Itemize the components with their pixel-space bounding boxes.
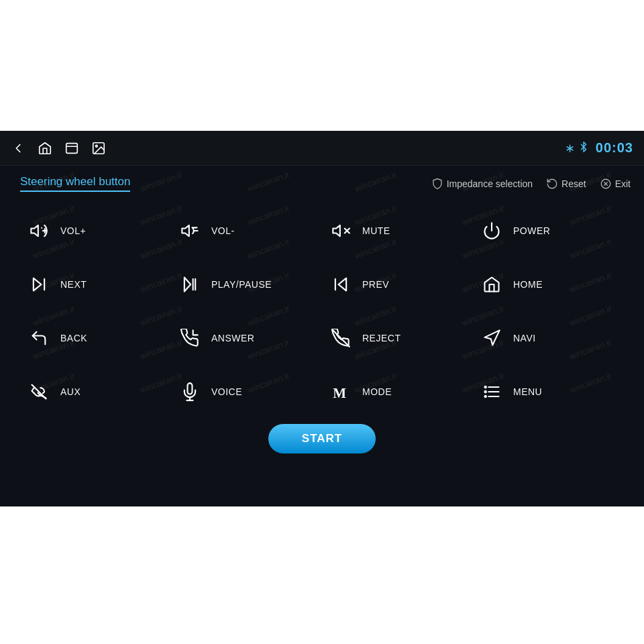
window-button[interactable] [64,141,79,156]
next-button[interactable]: NEXT [20,258,171,311]
home-grid-icon [480,275,504,294]
svg-point-3 [95,145,97,147]
play-pause-label: PLAY/PAUSE [211,279,272,290]
button-grid: VOL+ VOL- [13,204,631,419]
svg-point-36 [485,396,486,397]
main-container: wincairan.irwincairan.irwincairan.irwinc… [0,131,644,506]
back-grid-button[interactable]: BACK [20,311,171,365]
svg-marker-20 [184,278,191,292]
content-area: Steering wheel button Impedance selectio… [0,166,644,453]
navi-icon [480,329,504,347]
start-button[interactable]: START [268,424,376,453]
impedance-selection-button[interactable]: Impedance selection [431,178,533,190]
play-pause-icon [178,275,202,294]
image-button[interactable] [91,141,106,156]
exit-button[interactable]: Exit [600,178,631,190]
svg-point-34 [485,386,486,388]
answer-button[interactable]: ANSWER [171,311,322,365]
svg-marker-23 [339,278,347,291]
mute-label: MUTE [362,225,390,236]
mode-button[interactable]: M MODE [322,365,473,419]
svg-rect-0 [66,143,78,153]
reset-label: Reset [561,178,586,189]
play-pause-button[interactable]: PLAY/PAUSE [171,258,322,311]
power-label: POWER [513,225,550,236]
topbar: ∗ 00:03 [0,131,644,166]
prev-icon [329,275,353,294]
svg-marker-14 [333,225,340,236]
power-button[interactable]: POWER [473,204,624,258]
svg-marker-26 [485,330,500,345]
svg-marker-7 [31,225,38,236]
vol-minus-label: VOL- [211,225,235,236]
answer-label: ANSWER [211,333,254,343]
svg-text:M: M [333,385,346,401]
reject-icon [329,329,353,347]
svg-marker-11 [182,225,189,236]
page-title: Steering wheel button [20,175,130,192]
back-grid-label: BACK [60,333,87,343]
back-grid-icon [27,329,51,347]
home-grid-label: HOME [513,279,543,290]
home-button[interactable] [38,141,52,156]
vol-plus-button[interactable]: VOL+ [20,204,171,258]
menu-icon [480,382,504,401]
svg-marker-18 [34,278,42,291]
exit-label: Exit [615,178,631,189]
vol-minus-icon [178,221,202,240]
aux-button[interactable]: AUX [20,365,171,419]
reset-button[interactable]: Reset [546,178,586,190]
title-actions: Impedance selection Reset [431,178,631,190]
reject-button[interactable]: REJECT [322,311,473,365]
white-bottom-space [0,506,644,644]
navi-label: NAVI [513,333,536,343]
white-top-space [0,0,644,131]
mute-icon [329,221,353,240]
vol-plus-icon [27,221,51,240]
mute-button[interactable]: MUTE [322,204,473,258]
start-button-row: START [13,424,631,453]
home-grid-button[interactable]: HOME [473,258,624,311]
power-icon [480,221,504,240]
menu-button[interactable]: MENU [473,365,624,419]
prev-button[interactable]: PREV [322,258,473,311]
vol-minus-button[interactable]: VOL- [171,204,322,258]
title-row: Steering wheel button Impedance selectio… [13,166,631,197]
aux-label: AUX [60,386,80,397]
topbar-right: ∗ 00:03 [565,140,633,156]
prev-label: PREV [362,279,389,290]
voice-label: VOICE [211,386,242,397]
navi-button[interactable]: NAVI [473,311,624,365]
bluetooth-icon: ∗ [565,141,589,156]
reject-label: REJECT [362,333,400,343]
voice-button[interactable]: VOICE [171,365,322,419]
aux-icon [27,382,51,401]
mode-icon: M [329,382,353,401]
topbar-left [11,141,106,156]
voice-icon [178,382,202,401]
answer-icon [178,329,202,347]
timer-display: 00:03 [596,140,633,156]
back-arrow-button[interactable] [11,141,25,156]
vol-plus-label: VOL+ [60,225,86,236]
next-label: NEXT [60,279,87,290]
impedance-label: Impedance selection [447,178,533,189]
svg-point-35 [485,391,486,392]
next-icon [27,275,51,294]
menu-label: MENU [513,386,542,397]
mode-label: MODE [362,386,392,397]
